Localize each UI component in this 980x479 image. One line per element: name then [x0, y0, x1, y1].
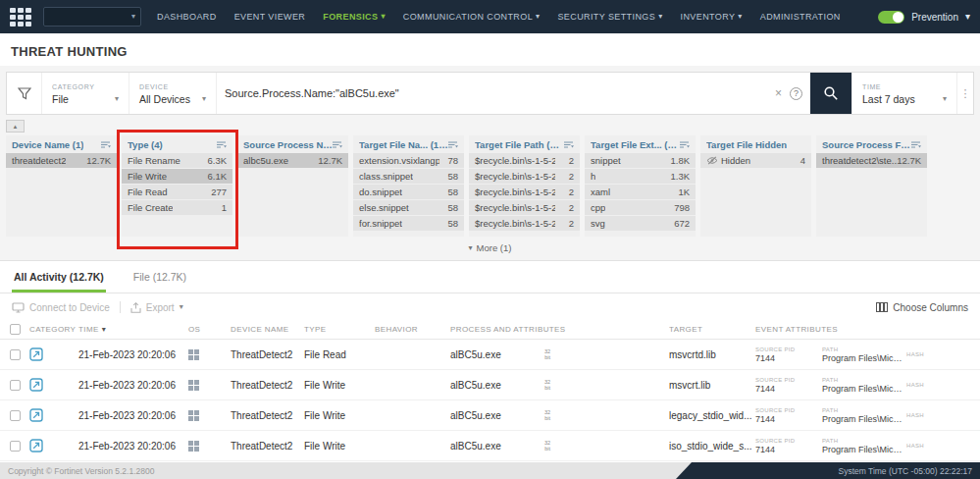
hidden-eye-icon — [706, 156, 718, 165]
table-row[interactable]: 21-Feb-2023 20:20:06ThreatDetect2File Wr… — [0, 400, 980, 431]
nav-item-dashboard[interactable]: DASHBOARD — [157, 12, 217, 22]
nav-item-security-settings[interactable]: SECURITY SETTINGS▾ — [557, 12, 662, 22]
facet-value-row[interactable]: snippet1.8K — [585, 153, 696, 168]
facet-value-count: 12.7K — [897, 155, 921, 166]
facet-value-row[interactable]: File Write6.1K — [122, 169, 232, 184]
row-checkbox[interactable] — [10, 410, 21, 421]
nav-item-event-viewer[interactable]: EVENT VIEWER — [234, 12, 306, 22]
row-checkbox[interactable] — [10, 349, 21, 360]
facet-value-row[interactable]: else.snippet58 — [353, 200, 464, 215]
column-header-event-attributes[interactable]: EVENT ATTRIBUTES — [755, 325, 980, 334]
facet-value-row[interactable]: for.snippet58 — [353, 216, 464, 231]
facet-value-row[interactable]: xaml1K — [585, 185, 696, 199]
path-label: PATH — [822, 407, 906, 413]
facet-value-row[interactable]: cpp798 — [585, 200, 696, 215]
tab-all-activity[interactable]: All Activity (12.7K) — [12, 261, 106, 293]
more-facets-button[interactable]: ▾ More (1) — [6, 237, 974, 255]
time-filter[interactable]: TIME Last 7 days ▾ — [851, 73, 957, 114]
row-device-name: ThreatDetect2 — [231, 441, 304, 452]
clear-query-icon[interactable]: × — [775, 87, 782, 99]
facet-value-row[interactable]: File Read277 — [122, 185, 232, 199]
facet-header[interactable]: Source Process Fi... (1) — [816, 135, 927, 153]
category-filter[interactable]: CATEGORY File ▾ — [42, 73, 129, 114]
tenant-select[interactable]: ▾ — [43, 7, 141, 27]
nav-item-forensics[interactable]: FORENSICS▾ — [323, 12, 386, 22]
query-input[interactable] — [225, 87, 767, 99]
facet-header[interactable]: Type (4) — [122, 135, 232, 153]
facet-value-row[interactable]: threatdetect212.7K — [6, 153, 117, 168]
tab-file[interactable]: File (12.7K) — [131, 261, 188, 293]
connect-to-device-button[interactable]: Connect to Device — [12, 302, 110, 313]
row-process-cell: alBC5u.exe32bit — [450, 440, 669, 452]
column-header-category[interactable]: CATEGORY — [29, 325, 78, 334]
facet-value-row[interactable]: File Create1 — [122, 200, 232, 215]
row-checkbox[interactable] — [10, 441, 21, 452]
facet-value-row[interactable]: extension.vsixlangpa...78 — [353, 153, 464, 168]
footer: Copyright © Fortinet Version 5.2.1.2800 … — [0, 462, 980, 479]
time-select[interactable]: Last 7 days ▾ — [862, 93, 947, 105]
column-header-device-name[interactable]: DEVICE NAME — [231, 325, 304, 334]
prevention-toggle[interactable] — [878, 11, 904, 24]
facet-value-row[interactable]: Hidden4 — [700, 153, 811, 168]
facet-value-row[interactable]: class.snippet58 — [353, 169, 464, 184]
help-icon[interactable]: ? — [790, 87, 802, 100]
select-all-checkbox[interactable] — [10, 324, 21, 335]
facet-value-row[interactable]: $recycle.bin\s-1-5-21-...2 — [469, 169, 580, 184]
row-category-cell — [29, 347, 78, 361]
column-header-target[interactable]: TARGET — [669, 325, 755, 334]
choose-columns-button[interactable]: Choose Columns — [876, 302, 968, 313]
row-checkbox[interactable] — [10, 380, 21, 391]
facet-value-row[interactable]: $recycle.bin\s-1-5-21-...2 — [469, 216, 580, 231]
facet-value-row[interactable]: $recycle.bin\s-1-5-21-...2 — [469, 200, 580, 215]
facet-filter-sort-icon — [448, 141, 458, 149]
nav-item-inventory[interactable]: INVENTORY▾ — [681, 12, 743, 22]
chevron-down-icon[interactable]: ▾ — [965, 12, 970, 22]
advanced-options-button[interactable]: ⋮ — [957, 73, 973, 114]
column-header-process-and-attributes[interactable]: PROCESS AND ATTRIBUTES — [450, 325, 669, 334]
facet-value-row[interactable]: File Rename6.3K — [122, 153, 232, 168]
filter-funnel-icon[interactable] — [7, 73, 42, 114]
facet-value-row[interactable]: threatdetect2\ste...12.7K — [816, 153, 927, 168]
export-button[interactable]: Export ▾ — [130, 302, 183, 313]
facet-value-row[interactable]: albc5u.exe12.7K — [237, 153, 348, 168]
category-select[interactable]: File ▾ — [52, 93, 119, 105]
facet-value-row[interactable]: $recycle.bin\s-1-5-21-...2 — [469, 153, 580, 168]
row-event-attributes: SOURCE PID7144PATHProgram Files\Micr...H… — [755, 377, 980, 394]
facet-value-row[interactable]: do.snippet58 — [353, 185, 464, 199]
nav-item-label: EVENT VIEWER — [234, 12, 306, 22]
facet-title: Device Name (1) — [12, 139, 83, 150]
column-header-os[interactable]: OS — [188, 325, 231, 334]
mode-label[interactable]: Prevention — [911, 12, 958, 23]
facet-value-label: svg — [591, 218, 605, 229]
facet-header[interactable]: Target File Na... (1K+) — [353, 135, 464, 153]
facet-value: do.snippet — [359, 186, 402, 197]
facet-value-row[interactable]: $recycle.bin\s-1-5-21-...2 — [469, 185, 580, 199]
row-device-name: ThreatDetect2 — [231, 410, 304, 421]
table-header-row: CATEGORYTIME▾OSDEVICE NAMETYPEBEHAVIORPR… — [0, 319, 980, 340]
facet-title: Target File Ext... (168) — [591, 139, 680, 150]
column-header-behavior[interactable]: BEHAVIOR — [375, 325, 450, 334]
facet-header[interactable]: Target File Path (1K+) — [469, 135, 580, 153]
column-header-type[interactable]: TYPE — [304, 325, 375, 334]
export-label: Export — [146, 302, 175, 313]
device-select[interactable]: All Devices ▾ — [139, 93, 206, 105]
collapse-facets-button[interactable]: ▲ — [6, 120, 25, 133]
facet-value-row[interactable]: svg672 — [585, 216, 696, 231]
device-filter[interactable]: DEVICE All Devices ▾ — [129, 73, 217, 114]
facet-panel: Target File Path (1K+)$recycle.bin\s-1-5… — [469, 135, 580, 237]
table-row[interactable]: 21-Feb-2023 20:20:06ThreatDetect2File Re… — [0, 340, 980, 370]
facet-value-count: 2 — [569, 218, 574, 229]
facet-header[interactable]: Source Process N... (1) — [237, 135, 348, 153]
facet-header[interactable]: Target File Hidden — [700, 135, 811, 153]
column-header-time[interactable]: TIME▾ — [78, 325, 188, 334]
facet-header[interactable]: Target File Ext... (168) — [585, 135, 696, 153]
nav-item-communication-control[interactable]: COMMUNICATION CONTROL▾ — [403, 12, 541, 22]
table-row[interactable]: 21-Feb-2023 20:20:06ThreatDetect2File Wr… — [0, 370, 980, 400]
facet-value-row[interactable]: h1.3K — [585, 169, 696, 184]
chevron-down-icon: ▾ — [943, 95, 947, 103]
facet-value: File Read — [128, 186, 168, 197]
search-button[interactable] — [810, 73, 851, 114]
facet-header[interactable]: Device Name (1) — [6, 135, 117, 153]
nav-item-administration[interactable]: ADMINISTRATION — [760, 12, 841, 22]
table-row[interactable]: 21-Feb-2023 20:20:06ThreatDetect2File Wr… — [0, 431, 980, 461]
